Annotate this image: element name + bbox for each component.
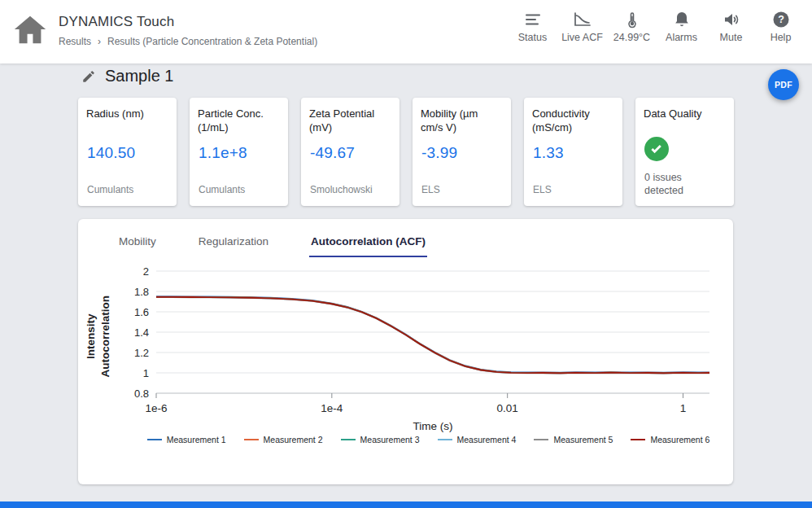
quality-check-icon [644,137,669,161]
status-button[interactable]: Status [508,9,557,43]
y-tick-label: 1.6 [134,306,149,318]
legend-item[interactable]: Measurement 1 [147,435,226,444]
y-tick-label: 1.4 [134,326,149,339]
bell-icon [672,10,692,29]
legend-label: Measurement 5 [553,435,613,444]
speaker-icon [722,10,741,29]
legend-label: Measurement 1 [167,435,226,444]
card-data-quality[interactable]: Data Quality 0 issues detected [635,98,734,206]
tab-bar: Mobility Regularization Autocorrelation … [78,219,733,257]
tab-mobility[interactable]: Mobility [117,232,158,257]
sample-row: Sample 1 [81,67,174,85]
card-method: Cumulants [87,184,133,195]
legend-swatch [438,439,452,440]
card-method: ELS [533,184,552,195]
chart-legend: Measurement 1Measurement 2Measurement 3M… [78,435,733,444]
live-acf-button[interactable]: Live ACF [557,9,607,43]
breadcrumb-results[interactable]: Results [59,36,91,47]
help-label: Help [771,32,792,43]
mute-button[interactable]: Mute [706,9,756,43]
temperature-button[interactable]: 24.99°C [607,9,657,43]
y-tick-label: 1.2 [134,347,149,359]
breadcrumb-current: Results (Particle Concentration & Zeta P… [107,36,317,47]
live-acf-label: Live ACF [561,32,603,43]
tab-regularization[interactable]: Regularization [197,232,270,257]
legend-label: Measurement 3 [360,435,420,444]
sample-name: Sample 1 [105,67,174,85]
bottom-accent-bar [0,501,812,508]
results-chart-card: Mobility Regularization Autocorrelation … [78,219,733,484]
thermometer-icon [622,10,642,29]
legend-item[interactable]: Measurement 3 [341,435,420,444]
chart-area: Intensity Autocorrelation 0.811.21.41.61… [78,261,733,434]
card-mobility[interactable]: Mobility (µm cm/s V) -3.99 ELS [413,98,511,206]
live-acf-icon [573,10,592,29]
x-tick-label: 1e-4 [321,402,343,414]
app-title: DYNAMICS Touch [59,14,317,30]
x-axis-label: Time (s) [413,420,453,432]
legend-swatch [147,439,162,440]
card-title: Mobility (µm cm/s V) [421,107,503,134]
card-value: 140.50 [87,144,135,162]
alarms-label: Alarms [666,32,697,43]
card-method: Cumulants [199,184,245,195]
y-axis-label: Intensity Autocorrelation [84,296,113,378]
mute-label: Mute [720,32,743,43]
home-icon [11,11,49,49]
y-tick-label: 1.8 [134,286,149,298]
x-tick-label: 1 [680,402,687,414]
status-label: Status [518,32,547,43]
card-title: Zeta Potential (mV) [309,107,391,134]
legend-swatch [244,439,259,440]
legend-item[interactable]: Measurement 5 [534,435,613,444]
card-radius[interactable]: Radius (nm) 140.50 Cumulants [78,98,177,206]
card-title: Data Quality [644,107,726,121]
legend-label: Measurement 4 [457,435,517,444]
card-conductivity[interactable]: Conductivity (mS/cm) 1.33 ELS [524,98,622,206]
card-particle-concentration[interactable]: Particle Conc. (1/mL) 1.1e+8 Cumulants [190,98,288,206]
breadcrumb: Results › Results (Particle Concentratio… [59,36,317,47]
y-tick-label: 2 [143,265,149,278]
alarms-button[interactable]: Alarms [657,9,706,43]
card-title: Particle Conc. (1/mL) [198,107,280,134]
x-tick-label: 1e-6 [145,402,167,414]
card-title: Radius (nm) [86,107,168,121]
card-zeta-potential[interactable]: Zeta Potential (mV) -49.67 Smoluchowski [301,98,399,206]
legend-swatch [534,439,548,440]
card-value: -49.67 [310,144,355,162]
y-tick-label: 1 [143,367,149,379]
card-method: ELS [421,184,440,195]
legend-item[interactable]: Measurement 2 [244,435,323,444]
legend-swatch [631,439,645,440]
series-line-6 [156,297,709,373]
status-icon [523,10,543,29]
series-line-3 [156,297,709,373]
help-button[interactable]: ? Help [756,9,805,43]
export-pdf-button[interactable]: PDF [768,69,799,100]
legend-label: Measurement 6 [650,435,709,444]
card-method: Smoluchowski [310,184,373,195]
card-value: 1.33 [533,144,564,162]
breadcrumb-separator-icon: › [98,36,101,47]
legend-item[interactable]: Measurement 6 [631,435,709,444]
title-block: DYNAMICS Touch Results › Results (Partic… [59,14,317,47]
series-line-2 [156,296,709,372]
metric-cards: Radius (nm) 140.50 Cumulants Particle Co… [78,98,734,206]
tab-autocorrelation-acf[interactable]: Autocorrelation (ACF) [309,232,427,257]
series-line-1 [156,296,709,372]
header-actions: Status Live ACF 24.99°C Alarms [508,9,805,43]
temperature-label: 24.99°C [613,32,650,43]
card-title: Conductivity (mS/cm) [532,107,614,134]
legend-swatch [341,439,356,440]
quality-status-text: 0 issues detected [644,171,719,198]
legend-item[interactable]: Measurement 4 [438,435,517,444]
edit-pencil-icon[interactable] [81,69,96,84]
series-line-5 [156,297,709,373]
y-axis-label-wrap: Intensity Autocorrelation [78,261,119,412]
legend-label: Measurement 2 [264,435,323,444]
x-tick-label: 0.01 [497,402,518,414]
pdf-icon: PDF [775,80,792,90]
home-button[interactable] [11,11,49,49]
help-icon: ? [771,10,791,29]
svg-text:?: ? [778,14,784,25]
